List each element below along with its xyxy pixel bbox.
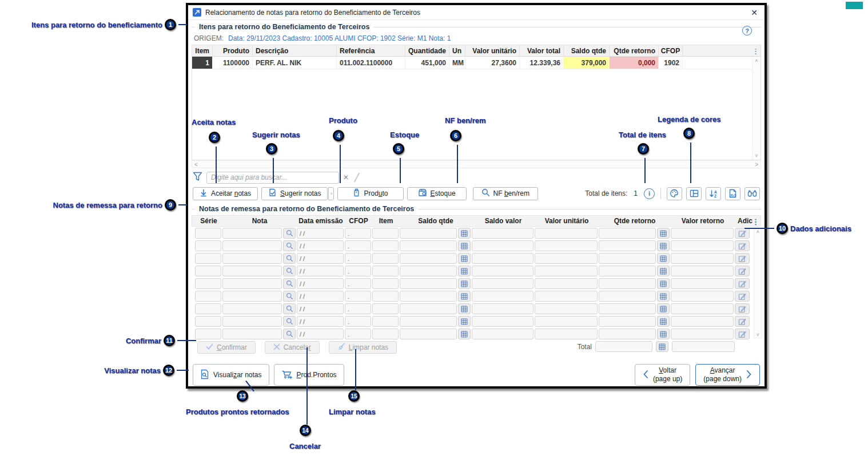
item-input[interactable] — [372, 291, 399, 302]
binoculars-button[interactable] — [744, 187, 760, 200]
aceitar-notas-button[interactable]: Aceitar notas — [193, 187, 258, 200]
columns-layout-button[interactable] — [686, 187, 702, 200]
valor-unitario-input[interactable] — [535, 278, 598, 289]
valor-retorno-input[interactable] — [671, 291, 734, 302]
nota-search-button[interactable] — [283, 278, 296, 289]
nota-search-button[interactable] — [283, 329, 296, 339]
export-xls-button[interactable]: XLS — [725, 187, 740, 200]
nota-input[interactable] — [222, 278, 282, 289]
valor-unitario-input[interactable] — [535, 253, 598, 264]
saldo-qtde-input[interactable] — [400, 278, 457, 289]
saldo-qtde-input[interactable] — [400, 303, 457, 314]
confirmar-button[interactable]: Confirmar — [197, 341, 256, 354]
saldo-valor-input[interactable] — [472, 240, 533, 251]
nota-search-button[interactable] — [283, 291, 296, 302]
saldo-qtde-calc-button[interactable] — [458, 240, 471, 251]
valor-retorno-input[interactable] — [671, 266, 734, 276]
serie-input[interactable] — [195, 240, 221, 251]
saldo-qtde-input[interactable] — [400, 291, 457, 302]
data-emissao-input[interactable]: / / — [297, 303, 344, 314]
adic-edit-button[interactable] — [735, 253, 750, 264]
adic-edit-button[interactable] — [735, 303, 750, 314]
total-qtde-field[interactable] — [595, 341, 652, 352]
scroll-right-icon[interactable]: > — [755, 161, 758, 168]
sugerir-notas-dropdown[interactable]: ˅ — [328, 187, 334, 200]
valor-unitario-input[interactable] — [535, 291, 598, 302]
valor-retorno-input[interactable] — [671, 303, 734, 314]
item-input[interactable] — [372, 228, 399, 239]
data-emissao-input[interactable]: / / — [297, 278, 344, 289]
cfop-input[interactable]: . — [345, 278, 371, 289]
serie-input[interactable] — [195, 303, 221, 314]
saldo-valor-input[interactable] — [472, 253, 533, 264]
cfop-input[interactable]: . — [345, 316, 371, 327]
qtde-retorno-calc-button[interactable] — [657, 228, 670, 239]
valor-unitario-input[interactable] — [535, 240, 598, 251]
valor-retorno-input[interactable] — [671, 228, 734, 239]
adic-edit-button[interactable] — [735, 329, 750, 339]
qtde-retorno-input[interactable] — [599, 266, 656, 276]
item-input[interactable] — [372, 240, 399, 251]
visualizar-notas-button[interactable]: Visualizar notas — [193, 364, 269, 386]
qtde-retorno-input[interactable] — [599, 240, 656, 251]
serie-input[interactable] — [195, 228, 221, 239]
saldo-qtde-input[interactable] — [400, 228, 457, 239]
item-input[interactable] — [372, 253, 399, 264]
grid-options-icon[interactable]: ⋮ — [751, 46, 760, 56]
clear-search-icon[interactable]: ✕ — [343, 173, 349, 181]
total-calc-button[interactable] — [656, 341, 668, 352]
saldo-qtde-input[interactable] — [400, 329, 457, 339]
help-icon[interactable]: ? — [742, 26, 752, 35]
saldo-valor-input[interactable] — [472, 278, 533, 289]
filter-funnel-icon[interactable] — [193, 172, 202, 184]
serie-input[interactable] — [195, 316, 221, 327]
notas-grid-vscrollbar[interactable]: ˄ ˅ — [754, 228, 762, 338]
scroll-down-icon[interactable]: ˅ — [755, 153, 758, 159]
serie-input[interactable] — [195, 253, 221, 264]
qtde-retorno-input[interactable] — [599, 228, 656, 239]
limpar-notas-button[interactable]: Limpar notas — [329, 341, 397, 354]
scroll-down-icon[interactable]: ˅ — [756, 332, 759, 338]
serie-input[interactable] — [195, 278, 221, 289]
qtde-retorno-input[interactable] — [599, 253, 656, 264]
serie-input[interactable] — [195, 291, 221, 302]
items-grid-vscrollbar[interactable]: ˄ ˅ — [752, 57, 761, 160]
saldo-qtde-calc-button[interactable] — [458, 278, 471, 289]
qtde-retorno-calc-button[interactable] — [657, 291, 670, 302]
item-input[interactable] — [372, 329, 399, 339]
saldo-qtde-input[interactable] — [400, 240, 457, 251]
serie-input[interactable] — [195, 266, 221, 276]
valor-unitario-input[interactable] — [535, 329, 598, 339]
adic-edit-button[interactable] — [735, 240, 750, 251]
color-legend-button[interactable] — [667, 187, 682, 200]
saldo-qtde-input[interactable] — [400, 316, 457, 327]
voltar-button[interactable]: Voltar (page up) — [635, 364, 690, 386]
nota-input[interactable] — [222, 329, 282, 339]
qtde-retorno-calc-button[interactable] — [657, 278, 670, 289]
sugerir-notas-button[interactable]: Sugerir notas — [261, 187, 328, 200]
total-valor-field[interactable] — [672, 341, 735, 352]
cfop-input[interactable]: . — [345, 253, 371, 264]
qtde-retorno-input[interactable] — [599, 291, 656, 302]
item-input[interactable] — [372, 303, 399, 314]
serie-input[interactable] — [195, 329, 221, 339]
nota-input[interactable] — [222, 316, 282, 327]
cfop-input[interactable]: . — [345, 329, 371, 339]
prod-prontos-button[interactable]: Prod.Prontos — [274, 364, 344, 386]
saldo-qtde-calc-button[interactable] — [458, 316, 471, 327]
item-input[interactable] — [372, 278, 399, 289]
qtde-retorno-calc-button[interactable] — [657, 329, 670, 339]
valor-unitario-input[interactable] — [535, 316, 598, 327]
qtde-retorno-calc-button[interactable] — [657, 240, 670, 251]
saldo-valor-input[interactable] — [472, 316, 533, 327]
cfop-input[interactable]: . — [345, 291, 371, 302]
nota-input[interactable] — [222, 291, 282, 302]
item-input[interactable] — [372, 316, 399, 327]
valor-retorno-input[interactable] — [671, 240, 734, 251]
close-icon[interactable]: ✕ — [748, 8, 760, 17]
saldo-qtde-calc-button[interactable] — [458, 329, 471, 339]
valor-retorno-input[interactable] — [671, 253, 734, 264]
data-emissao-input[interactable]: / / — [297, 253, 344, 264]
valor-retorno-input[interactable] — [671, 316, 734, 327]
sort-az-button[interactable]: AZ — [706, 187, 721, 200]
